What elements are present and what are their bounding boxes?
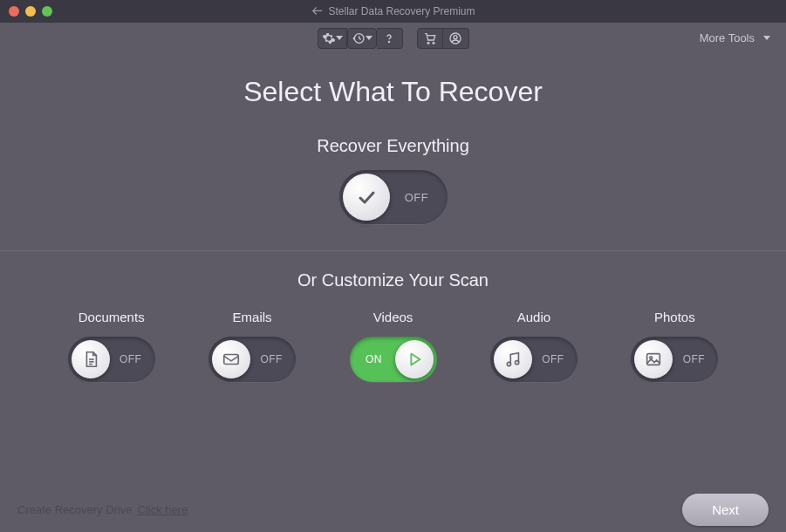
toggle-knob xyxy=(343,174,390,221)
toggle-state-label: ON xyxy=(353,353,395,365)
svg-marker-10 xyxy=(411,354,420,365)
footer: Create Recovery Drive Click here Next xyxy=(0,487,786,532)
page-title: Select What To Recover xyxy=(35,76,751,108)
help-button[interactable] xyxy=(377,28,403,49)
svg-point-2 xyxy=(427,42,429,44)
toggle-state-label: OFF xyxy=(110,353,152,365)
next-button[interactable]: Next xyxy=(682,494,769,526)
toggle-state-label: OFF xyxy=(250,353,292,365)
account-button[interactable] xyxy=(443,28,469,49)
play-icon xyxy=(405,350,424,369)
toggle-knob xyxy=(634,340,673,379)
audio-toggle[interactable]: OFF xyxy=(490,337,578,382)
back-arrow-icon xyxy=(311,5,323,17)
envelope-icon xyxy=(222,350,241,369)
question-icon xyxy=(382,31,396,45)
more-tools-button[interactable]: More Tools xyxy=(700,31,770,44)
svg-point-5 xyxy=(454,35,457,38)
documents-toggle[interactable]: OFF xyxy=(68,337,155,382)
toolbar-center xyxy=(318,28,469,49)
chevron-down-icon xyxy=(366,36,372,40)
window-controls xyxy=(9,6,52,17)
category-emails: Emails OFF xyxy=(186,310,318,382)
photos-toggle[interactable]: OFF xyxy=(631,337,718,382)
app-title-text: Stellar Data Recovery Premium xyxy=(328,5,475,17)
toggle-knob xyxy=(395,340,434,379)
recovery-drive-label: Create Recovery Drive xyxy=(17,503,133,516)
history-button[interactable] xyxy=(347,28,377,49)
window-title: Stellar Data Recovery Premium xyxy=(311,5,475,17)
section-divider xyxy=(0,250,786,251)
more-tools-label: More Tools xyxy=(700,31,755,44)
category-audio: Audio OFF xyxy=(468,310,599,382)
toggle-state-label: OFF xyxy=(532,353,574,365)
svg-point-1 xyxy=(388,41,389,42)
svg-point-12 xyxy=(515,361,518,365)
gear-icon xyxy=(322,31,336,45)
settings-button[interactable] xyxy=(318,28,347,49)
svg-rect-13 xyxy=(647,354,660,365)
category-documents: Documents OFF xyxy=(45,310,177,382)
document-icon xyxy=(81,350,100,369)
customize-scan-label: Or Customize Your Scan xyxy=(35,270,751,290)
svg-point-3 xyxy=(433,42,434,44)
category-label: Photos xyxy=(654,310,695,324)
close-window-button[interactable] xyxy=(9,6,19,17)
videos-toggle[interactable]: ON xyxy=(350,337,437,382)
category-videos: Videos ON xyxy=(327,310,459,382)
titlebar: Stellar Data Recovery Premium xyxy=(0,0,786,23)
minimize-window-button[interactable] xyxy=(25,6,36,17)
music-note-icon xyxy=(503,350,523,369)
click-here-link[interactable]: Click here xyxy=(138,503,188,516)
user-icon xyxy=(448,31,462,45)
chevron-down-icon xyxy=(763,36,770,40)
image-icon xyxy=(644,350,663,369)
cart-button[interactable] xyxy=(417,28,443,49)
svg-rect-9 xyxy=(224,355,239,365)
chevron-down-icon xyxy=(336,36,343,40)
content: Select What To Recover Recover Everythin… xyxy=(0,54,786,382)
toggle-state-label: OFF xyxy=(390,191,444,204)
svg-point-11 xyxy=(507,362,510,365)
category-photos: Photos OFF xyxy=(609,310,741,382)
category-label: Documents xyxy=(79,310,145,324)
recover-everything-toggle[interactable]: OFF xyxy=(339,170,448,224)
toggle-state-label: OFF xyxy=(673,353,714,365)
category-label: Audio xyxy=(517,310,550,324)
toolbar: More Tools xyxy=(0,23,786,54)
cart-icon xyxy=(423,31,437,45)
emails-toggle[interactable]: OFF xyxy=(208,337,296,382)
category-label: Videos xyxy=(373,310,414,324)
category-label: Emails xyxy=(233,310,272,324)
create-recovery-drive: Create Recovery Drive Click here xyxy=(17,503,188,516)
recover-everything-label: Recover Everything xyxy=(35,136,751,156)
maximize-window-button[interactable] xyxy=(42,6,52,17)
toggle-knob xyxy=(212,340,250,379)
toggle-knob xyxy=(494,340,532,379)
check-icon xyxy=(356,187,377,208)
category-row: Documents OFF Emails OFF Videos xyxy=(35,310,751,382)
history-icon xyxy=(352,31,366,45)
toggle-knob xyxy=(72,340,110,379)
